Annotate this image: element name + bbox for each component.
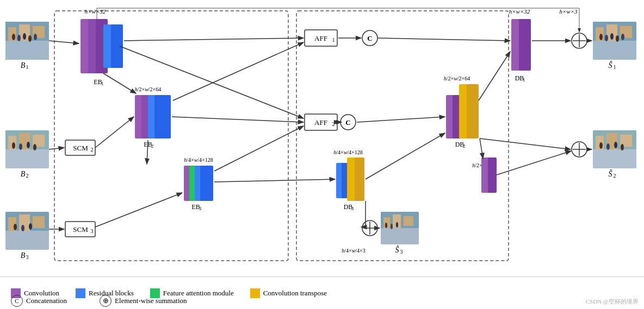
svg-text:2: 2 [91, 147, 94, 153]
svg-line-152 [377, 38, 510, 41]
svg-text:h/2×w/2×64: h/2×w/2×64 [135, 86, 162, 92]
svg-text:C: C [345, 118, 350, 127]
main-container: B 1 B 2 B 3 [0, 0, 644, 309]
svg-point-30 [29, 223, 32, 230]
svg-line-158 [366, 133, 445, 179]
svg-point-8 [28, 35, 32, 42]
svg-text:1: 1 [26, 64, 29, 70]
svg-text:1: 1 [101, 81, 104, 86]
svg-text:h×w×32: h×w×32 [85, 8, 106, 15]
elementwise-label: Element-wise summation [115, 297, 187, 305]
conv-transpose-color [250, 288, 260, 298]
svg-rect-72 [111, 24, 123, 68]
svg-point-53 [621, 144, 624, 150]
svg-rect-102 [467, 84, 479, 138]
svg-text:AFF: AFF [314, 34, 327, 42]
svg-line-150 [95, 193, 182, 227]
concatenation-symbol: C [11, 295, 23, 307]
svg-point-28 [14, 224, 17, 230]
svg-text:h/4×w/4×3: h/4×w/4×3 [342, 248, 366, 254]
svg-rect-27 [33, 216, 45, 228]
svg-point-19 [27, 142, 30, 148]
svg-text:1: 1 [614, 64, 616, 70]
svg-text:h/2×w/2×64: h/2×w/2×64 [444, 75, 470, 81]
svg-text:B: B [21, 61, 26, 70]
svg-point-62 [391, 224, 393, 229]
svg-text:SCM: SCM [73, 144, 88, 152]
svg-text:2: 2 [151, 143, 154, 149]
svg-text:2: 2 [614, 173, 616, 179]
svg-line-147 [49, 148, 64, 149]
svg-point-50 [599, 142, 603, 149]
svg-point-52 [614, 142, 617, 148]
concatenation-label: Concatenation [26, 297, 67, 305]
svg-text:3: 3 [26, 254, 29, 260]
svg-text:Ŝ: Ŝ [609, 169, 612, 178]
svg-line-142 [173, 42, 304, 100]
svg-text:AFF: AFF [314, 118, 327, 127]
svg-line-173 [480, 138, 483, 159]
svg-point-38 [599, 34, 603, 40]
svg-text:h/4×w/4×128: h/4×w/4×128 [184, 157, 213, 163]
svg-line-140 [124, 38, 304, 41]
svg-line-144 [214, 126, 304, 171]
svg-rect-96 [519, 19, 531, 71]
svg-text:2: 2 [463, 143, 466, 149]
svg-line-174 [497, 151, 571, 175]
elementwise-symbol: ⊕ [100, 295, 112, 307]
svg-text:2: 2 [26, 173, 29, 179]
diagram-area: B 1 B 2 B 3 [0, 0, 644, 282]
svg-point-29 [21, 225, 24, 231]
svg-line-162 [480, 138, 571, 149]
svg-text:3: 3 [199, 206, 202, 211]
svg-text:h×w×32: h×w×32 [509, 8, 530, 15]
svg-text:3: 3 [400, 249, 403, 255]
svg-point-9 [34, 34, 37, 40]
svg-point-61 [385, 223, 387, 228]
conv-transpose-label: Convolution transpose [263, 289, 327, 298]
svg-text:h/4×w/4×128: h/4×w/4×128 [333, 149, 363, 155]
svg-point-41 [616, 35, 619, 42]
svg-point-5 [12, 34, 15, 40]
svg-point-39 [605, 35, 608, 41]
svg-text:1: 1 [332, 37, 335, 43]
svg-point-40 [610, 33, 614, 40]
svg-line-143 [172, 117, 304, 122]
svg-text:B: B [21, 251, 26, 260]
svg-point-6 [17, 35, 21, 41]
svg-rect-60 [404, 216, 413, 226]
svg-text:SCM: SCM [73, 225, 88, 234]
svg-point-7 [23, 33, 26, 40]
svg-text:2: 2 [332, 121, 335, 127]
svg-text:3: 3 [91, 228, 94, 234]
svg-line-146 [103, 73, 136, 93]
legend-elementwise: ⊕ Element-wise summation [100, 295, 187, 307]
svg-line-157 [357, 117, 445, 122]
svg-point-20 [33, 144, 36, 150]
svg-text:h×w×3: h×w×3 [559, 8, 578, 15]
svg-rect-26 [19, 215, 30, 231]
svg-line-167 [214, 179, 335, 182]
svg-point-63 [396, 222, 398, 228]
legend-concatenation: C Concatenation [11, 295, 67, 307]
svg-rect-79 [161, 95, 171, 138]
svg-point-51 [606, 143, 610, 150]
svg-text:B: B [21, 170, 26, 178]
watermark: CSDN @空杯的境界 [586, 298, 639, 306]
svg-point-17 [12, 142, 15, 149]
svg-rect-86 [206, 166, 213, 201]
svg-line-148 [95, 117, 134, 148]
svg-text:Ŝ: Ŝ [395, 245, 399, 254]
svg-point-42 [621, 34, 624, 40]
svg-rect-108 [355, 157, 364, 201]
svg-rect-172 [488, 157, 497, 193]
legend-conv-transpose: Convolution transpose [250, 288, 327, 298]
svg-text:Ŝ: Ŝ [609, 61, 612, 70]
svg-text:C: C [367, 34, 372, 42]
svg-text:3: 3 [351, 206, 354, 211]
svg-point-18 [19, 143, 22, 150]
svg-line-139 [49, 41, 79, 43]
legend-row2: C Concatenation ⊕ Element-wise summation [11, 295, 203, 307]
svg-text:1: 1 [523, 77, 525, 83]
svg-line-159 [479, 52, 510, 100]
